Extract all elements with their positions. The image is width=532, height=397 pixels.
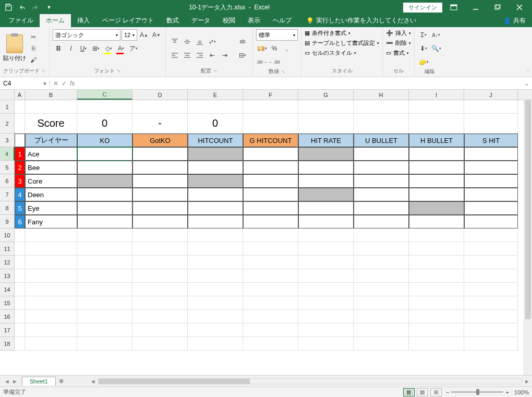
cell-E11[interactable] xyxy=(188,242,243,256)
cell-B12[interactable] xyxy=(25,256,77,269)
vertical-scrollbar[interactable] xyxy=(524,100,532,375)
cell-H7[interactable] xyxy=(354,188,409,201)
save-icon[interactable] xyxy=(2,1,15,14)
cell-J2[interactable] xyxy=(464,114,518,134)
zoom-in-icon[interactable]: + xyxy=(505,389,509,395)
increase-decimal-icon[interactable]: .00→ xyxy=(256,56,268,68)
col-header-I[interactable]: I xyxy=(409,90,464,100)
cell-D4[interactable] xyxy=(132,147,188,161)
cell-D18[interactable] xyxy=(132,337,188,351)
cell-F16[interactable] xyxy=(243,310,298,323)
enter-formula-icon[interactable]: ✓ xyxy=(62,80,67,87)
align-center-icon[interactable] xyxy=(182,50,193,61)
cell-J4[interactable] xyxy=(464,147,518,161)
cell-E13[interactable] xyxy=(188,269,243,283)
align-launcher[interactable]: ⤡ xyxy=(213,68,217,74)
cell-H18[interactable] xyxy=(354,337,409,351)
cell-F7[interactable] xyxy=(243,188,298,201)
cell-A1[interactable] xyxy=(15,100,25,114)
cell-J17[interactable] xyxy=(464,323,518,337)
share-button[interactable]: 👤 共有 xyxy=(497,14,532,27)
cell-I5[interactable] xyxy=(409,161,464,174)
format-painter-icon[interactable]: 🖌 xyxy=(28,55,39,65)
cell-H17[interactable] xyxy=(354,323,409,337)
decrease-indent-icon[interactable]: ⇤ xyxy=(207,50,218,61)
align-right-icon[interactable] xyxy=(194,50,205,61)
cell-D16[interactable] xyxy=(132,310,188,323)
ribbon-display-icon[interactable] xyxy=(443,0,464,15)
col-header-F[interactable]: F xyxy=(243,90,298,100)
cell-C6[interactable] xyxy=(77,174,132,188)
decrease-font-icon[interactable]: A▼ xyxy=(151,29,162,41)
tell-me-search[interactable]: 💡 実行したい作業を入力してください xyxy=(302,14,420,27)
delete-cells-button[interactable]: ➖削除▾ xyxy=(386,39,411,47)
cell-D6[interactable] xyxy=(132,174,188,188)
font-size-combo[interactable]: 12▾ xyxy=(122,29,137,41)
hscroll-right-icon[interactable]: ► xyxy=(522,378,532,384)
cell-A14[interactable] xyxy=(15,283,25,296)
tab-file[interactable]: ファイル xyxy=(2,14,40,27)
cell-B1[interactable] xyxy=(25,100,77,114)
maximize-icon[interactable] xyxy=(487,0,508,15)
cell-I2[interactable] xyxy=(409,114,464,134)
merge-center-icon[interactable]: ⊟▾ xyxy=(236,50,249,61)
paste-button[interactable]: 貼り付け xyxy=(3,34,26,62)
font-launcher[interactable]: ⤡ xyxy=(117,68,121,74)
cell-A12[interactable] xyxy=(15,256,25,269)
format-as-table-button[interactable]: ▤テーブルとして書式設定▾ xyxy=(305,39,379,47)
cell-H14[interactable] xyxy=(354,283,409,296)
cell-I14[interactable] xyxy=(409,283,464,296)
tab-page-layout[interactable]: ページ レイアウト xyxy=(96,14,160,27)
cell-A6[interactable]: 3 xyxy=(15,174,25,188)
cell-F17[interactable] xyxy=(243,323,298,337)
cell-J3[interactable]: S HIT xyxy=(464,134,518,147)
conditional-format-button[interactable]: ▦条件付き書式▾ xyxy=(305,29,379,37)
number-launcher[interactable]: ⤡ xyxy=(281,69,285,74)
cell-E4[interactable] xyxy=(188,147,243,161)
insert-cells-button[interactable]: ➕挿入▾ xyxy=(386,29,411,37)
orientation-icon[interactable]: ⤢▾ xyxy=(207,36,218,47)
cell-B6[interactable]: Core xyxy=(25,174,77,188)
cell-H5[interactable] xyxy=(354,161,409,174)
namebox-dropdown-icon[interactable]: ▾ xyxy=(43,80,46,87)
sheet-tab[interactable]: Sheet1 xyxy=(22,377,56,386)
cell-I18[interactable] xyxy=(409,337,464,351)
cell-A8[interactable]: 5 xyxy=(15,201,25,215)
cell-A10[interactable] xyxy=(15,228,25,242)
cell-B9[interactable]: Fany xyxy=(25,215,77,228)
expand-formula-bar-icon[interactable]: ⌄ xyxy=(522,80,532,87)
cell-B16[interactable] xyxy=(25,310,77,323)
cell-I15[interactable] xyxy=(409,296,464,310)
cell-I17[interactable] xyxy=(409,323,464,337)
cell-J16[interactable] xyxy=(464,310,518,323)
cell-A15[interactable] xyxy=(15,296,25,310)
cell-J14[interactable] xyxy=(464,283,518,296)
cell-F3[interactable]: G HITCOUNT xyxy=(243,134,298,147)
cell-E5[interactable] xyxy=(188,161,243,174)
cell-G2[interactable] xyxy=(298,114,354,134)
comma-format-icon[interactable]: , xyxy=(281,43,293,54)
cell-I7[interactable] xyxy=(409,188,464,201)
fx-icon[interactable]: fx xyxy=(70,80,75,87)
cell-B13[interactable] xyxy=(25,269,77,283)
row-header-7[interactable]: 7 xyxy=(0,188,15,201)
cell-F12[interactable] xyxy=(243,256,298,269)
cell-A11[interactable] xyxy=(15,242,25,256)
cell-G6[interactable] xyxy=(298,174,354,188)
row-header-14[interactable]: 14 xyxy=(0,283,15,296)
tab-formulas[interactable]: 数式 xyxy=(160,14,185,27)
cell-H15[interactable] xyxy=(354,296,409,310)
row-header-8[interactable]: 8 xyxy=(0,201,15,215)
select-all-corner[interactable] xyxy=(0,90,15,100)
cell-B5[interactable]: Bee xyxy=(25,161,77,174)
cell-A7[interactable]: 4 xyxy=(15,188,25,201)
row-header-9[interactable]: 9 xyxy=(0,215,15,228)
cell-F14[interactable] xyxy=(243,283,298,296)
cell-D3[interactable]: GotKO xyxy=(132,134,188,147)
cell-C8[interactable] xyxy=(77,201,132,215)
percent-format-icon[interactable]: % xyxy=(269,43,280,54)
cell-J13[interactable] xyxy=(464,269,518,283)
cell-E15[interactable] xyxy=(188,296,243,310)
cell-E16[interactable] xyxy=(188,310,243,323)
row-header-1[interactable]: 1 xyxy=(0,100,15,114)
